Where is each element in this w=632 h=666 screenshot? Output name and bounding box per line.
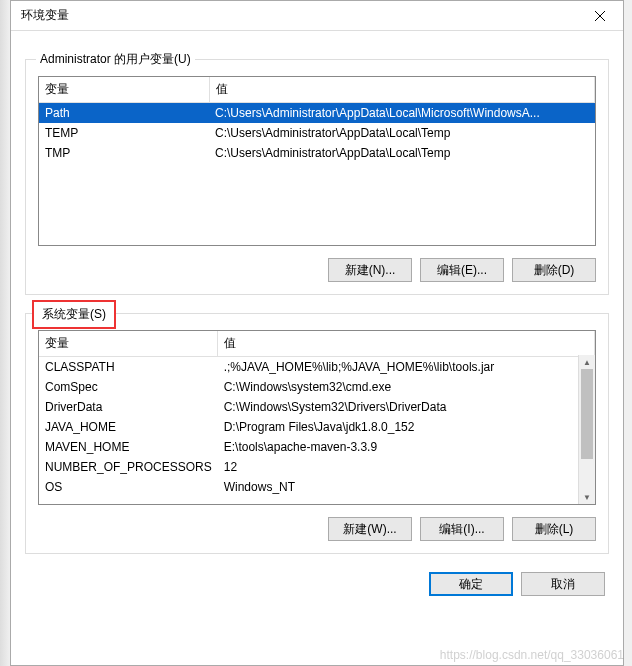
system-new-button[interactable]: 新建(W)... bbox=[328, 517, 412, 541]
scroll-up-icon[interactable]: ▲ bbox=[579, 355, 595, 369]
cell-var: ComSpec bbox=[39, 377, 218, 397]
system-vars-table[interactable]: 变量 值 CLASSPATH .;%JAVA_HOME%\lib;%JAVA_H… bbox=[39, 331, 595, 497]
table-row[interactable]: TMP C:\Users\Administrator\AppData\Local… bbox=[39, 143, 595, 163]
cell-var: TEMP bbox=[39, 123, 209, 143]
system-edit-button[interactable]: 编辑(I)... bbox=[420, 517, 504, 541]
scroll-down-icon[interactable]: ▼ bbox=[579, 490, 595, 504]
table-row[interactable]: MAVEN_HOME E:\tools\apache-maven-3.3.9 bbox=[39, 437, 595, 457]
cell-val: C:\Users\Administrator\AppData\Local\Mic… bbox=[209, 103, 595, 124]
cell-var: Path bbox=[39, 103, 209, 124]
cell-val: C:\Users\Administrator\AppData\Local\Tem… bbox=[209, 143, 595, 163]
window-title: 环境变量 bbox=[21, 7, 69, 24]
cell-val: .;%JAVA_HOME%\lib;%JAVA_HOME%\lib\tools.… bbox=[218, 357, 595, 378]
system-vars-table-wrap: 变量 值 CLASSPATH .;%JAVA_HOME%\lib;%JAVA_H… bbox=[38, 330, 596, 505]
env-vars-dialog: 环境变量 Administrator 的用户变量(U) 变量 值 bbox=[10, 0, 624, 666]
cell-val: C:\Windows\system32\cmd.exe bbox=[218, 377, 595, 397]
table-row[interactable]: OS Windows_NT bbox=[39, 477, 595, 497]
table-row[interactable]: JAVA_HOME D:\Program Files\Java\jdk1.8.0… bbox=[39, 417, 595, 437]
user-new-button[interactable]: 新建(N)... bbox=[328, 258, 412, 282]
user-edit-button[interactable]: 编辑(E)... bbox=[420, 258, 504, 282]
cell-var: JAVA_HOME bbox=[39, 417, 218, 437]
cell-val: 12 bbox=[218, 457, 595, 477]
scroll-thumb[interactable] bbox=[581, 369, 593, 459]
user-vars-table[interactable]: 变量 值 Path C:\Users\Administrator\AppData… bbox=[39, 77, 595, 163]
user-vars-legend: Administrator 的用户变量(U) bbox=[36, 51, 195, 68]
col-variable[interactable]: 变量 bbox=[39, 331, 218, 357]
watermark-text: https://blog.csdn.net/qq_33036061 bbox=[440, 648, 624, 662]
cell-var: OS bbox=[39, 477, 218, 497]
table-row[interactable]: CLASSPATH .;%JAVA_HOME%\lib;%JAVA_HOME%\… bbox=[39, 357, 595, 378]
cell-val: Windows_NT bbox=[218, 477, 595, 497]
system-vars-group: 系统变量(S) 变量 值 CLASSPATH .;%JAVA_HOME%\lib… bbox=[25, 313, 609, 554]
user-delete-button[interactable]: 删除(D) bbox=[512, 258, 596, 282]
left-edge-shadow bbox=[0, 0, 10, 666]
cancel-button[interactable]: 取消 bbox=[521, 572, 605, 596]
user-vars-buttons: 新建(N)... 编辑(E)... 删除(D) bbox=[38, 258, 596, 282]
col-value[interactable]: 值 bbox=[218, 331, 595, 357]
cell-val: C:\Windows\System32\Drivers\DriverData bbox=[218, 397, 595, 417]
user-vars-group: Administrator 的用户变量(U) 变量 值 Path C:\User… bbox=[25, 59, 609, 295]
cell-val: E:\tools\apache-maven-3.3.9 bbox=[218, 437, 595, 457]
table-row[interactable]: TEMP C:\Users\Administrator\AppData\Loca… bbox=[39, 123, 595, 143]
cell-var: MAVEN_HOME bbox=[39, 437, 218, 457]
table-row[interactable]: NUMBER_OF_PROCESSORS 12 bbox=[39, 457, 595, 477]
scrollbar[interactable]: ▲ ▼ bbox=[578, 355, 595, 504]
table-row[interactable]: DriverData C:\Windows\System32\Drivers\D… bbox=[39, 397, 595, 417]
cell-var: DriverData bbox=[39, 397, 218, 417]
cell-val: D:\Program Files\Java\jdk1.8.0_152 bbox=[218, 417, 595, 437]
titlebar[interactable]: 环境变量 bbox=[11, 1, 623, 31]
col-value[interactable]: 值 bbox=[209, 77, 595, 103]
close-button[interactable] bbox=[579, 2, 621, 30]
ok-button[interactable]: 确定 bbox=[429, 572, 513, 596]
cell-var: CLASSPATH bbox=[39, 357, 218, 378]
cell-var: TMP bbox=[39, 143, 209, 163]
dialog-bottom-buttons: 确定 取消 bbox=[25, 572, 609, 596]
table-header-row: 变量 值 bbox=[39, 77, 595, 103]
table-header-row: 变量 值 bbox=[39, 331, 595, 357]
close-icon bbox=[595, 11, 605, 21]
cell-var: NUMBER_OF_PROCESSORS bbox=[39, 457, 218, 477]
system-delete-button[interactable]: 删除(L) bbox=[512, 517, 596, 541]
system-vars-legend: 系统变量(S) bbox=[32, 300, 116, 329]
col-variable[interactable]: 变量 bbox=[39, 77, 209, 103]
cell-val: C:\Users\Administrator\AppData\Local\Tem… bbox=[209, 123, 595, 143]
user-vars-table-wrap: 变量 值 Path C:\Users\Administrator\AppData… bbox=[38, 76, 596, 246]
system-vars-buttons: 新建(W)... 编辑(I)... 删除(L) bbox=[38, 517, 596, 541]
table-row[interactable]: ComSpec C:\Windows\system32\cmd.exe bbox=[39, 377, 595, 397]
table-row[interactable]: Path C:\Users\Administrator\AppData\Loca… bbox=[39, 103, 595, 124]
